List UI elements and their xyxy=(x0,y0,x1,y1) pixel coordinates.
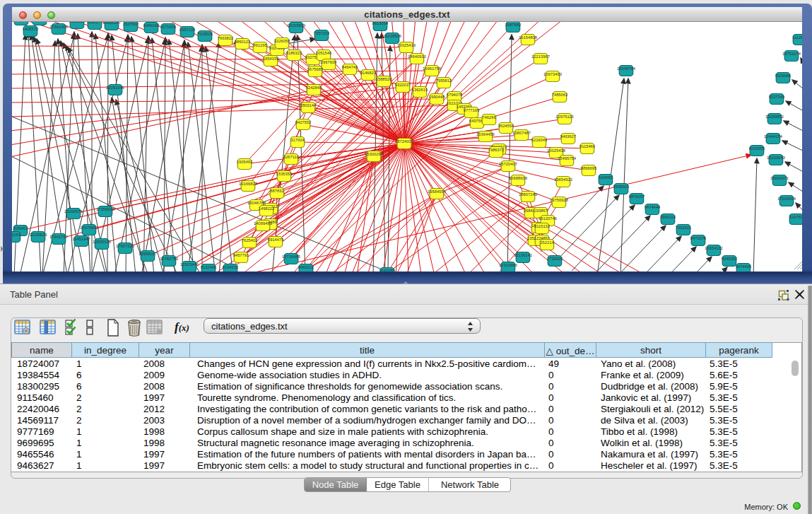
svg-text:8186323: 8186323 xyxy=(286,51,302,55)
svg-text:9115460: 9115460 xyxy=(579,144,595,148)
svg-text:9777169: 9777169 xyxy=(464,108,480,112)
svg-text:1112633: 1112633 xyxy=(792,35,802,40)
svg-text:887832: 887832 xyxy=(270,189,283,193)
svg-text:9474444: 9474444 xyxy=(645,205,661,209)
svg-text:1654339: 1654339 xyxy=(263,57,279,61)
svg-text:15720407: 15720407 xyxy=(499,162,517,166)
svg-text:1051546: 1051546 xyxy=(316,51,332,55)
svg-text:335061: 335061 xyxy=(13,226,27,230)
svg-text:1527602: 1527602 xyxy=(123,22,139,26)
svg-text:1905493: 1905493 xyxy=(237,160,253,164)
svg-text:9132446: 9132446 xyxy=(201,265,217,269)
svg-text:391154: 391154 xyxy=(12,233,20,237)
svg-text:16120746: 16120746 xyxy=(539,216,557,221)
svg-text:2967608: 2967608 xyxy=(321,60,337,64)
svg-text:15716485: 15716485 xyxy=(282,255,300,259)
svg-text:12923446: 12923446 xyxy=(180,262,199,267)
svg-text:7625402: 7625402 xyxy=(242,238,258,243)
svg-text:7663822: 7663822 xyxy=(218,36,234,40)
svg-text:12505135: 12505135 xyxy=(93,240,111,244)
svg-text:317004: 317004 xyxy=(290,138,305,142)
svg-text:12093852: 12093852 xyxy=(765,115,784,119)
svg-text:1667135: 1667135 xyxy=(180,28,196,32)
svg-text:19584554: 19584554 xyxy=(428,189,447,194)
svg-text:10688609: 10688609 xyxy=(509,176,527,180)
svg-text:19166827: 19166827 xyxy=(239,182,257,186)
svg-text:9329966: 9329966 xyxy=(775,74,792,78)
svg-text:3624554: 3624554 xyxy=(498,124,514,128)
svg-text:746266: 746266 xyxy=(482,115,495,119)
svg-text:10973493: 10973493 xyxy=(543,72,562,76)
svg-text:2935114: 2935114 xyxy=(660,215,676,219)
svg-text:12213967: 12213967 xyxy=(531,54,550,59)
svg-text:2087682: 2087682 xyxy=(505,23,522,27)
svg-text:15692971: 15692971 xyxy=(770,176,789,180)
svg-text:6879197: 6879197 xyxy=(629,194,645,199)
svg-text:1071915: 1071915 xyxy=(160,25,177,29)
svg-text:1405572: 1405572 xyxy=(23,27,39,31)
svg-text:9245052: 9245052 xyxy=(722,257,738,261)
svg-text:16782759: 16782759 xyxy=(160,257,178,261)
svg-text:2803144: 2803144 xyxy=(300,103,317,107)
svg-text:18807249: 18807249 xyxy=(519,192,537,197)
svg-text:8154532: 8154532 xyxy=(223,265,239,269)
svg-text:12444154: 12444154 xyxy=(764,134,783,139)
svg-text:8215955: 8215955 xyxy=(749,146,765,151)
svg-text:1362615: 1362615 xyxy=(412,88,428,92)
svg-text:3267110: 3267110 xyxy=(283,155,299,159)
svg-text:20053346: 20053346 xyxy=(106,86,124,90)
svg-text:12975115: 12975115 xyxy=(555,115,573,119)
svg-text:6466160: 6466160 xyxy=(143,23,160,28)
svg-text:891295: 891295 xyxy=(253,43,266,47)
svg-text:11451947: 11451947 xyxy=(72,237,90,241)
svg-text:9899695: 9899695 xyxy=(581,166,597,170)
svg-text:16033809: 16033809 xyxy=(287,23,305,28)
svg-text:7515526: 7515526 xyxy=(197,32,213,36)
svg-text:9115132: 9115132 xyxy=(534,224,550,228)
svg-text:19654923: 19654923 xyxy=(554,177,572,182)
svg-text:8860123: 8860123 xyxy=(235,40,251,44)
svg-text:1733426: 1733426 xyxy=(547,257,563,261)
svg-text:13325419: 13325419 xyxy=(397,43,416,47)
svg-text:8471676: 8471676 xyxy=(690,236,707,240)
svg-text:116753: 116753 xyxy=(790,215,802,219)
svg-text:7357224: 7357224 xyxy=(314,31,330,35)
svg-text:7032621: 7032621 xyxy=(676,226,692,230)
svg-text:1498222: 1498222 xyxy=(259,206,275,211)
svg-text:7485063: 7485063 xyxy=(552,93,568,97)
svg-text:6216049: 6216049 xyxy=(531,138,548,142)
svg-text:14099489: 14099489 xyxy=(254,221,272,226)
svg-text:15751074: 15751074 xyxy=(782,52,801,56)
svg-text:20364456: 20364456 xyxy=(476,132,495,136)
svg-text:27691406: 27691406 xyxy=(49,25,68,29)
svg-text:1588520: 1588520 xyxy=(376,77,392,81)
svg-text:7986372: 7986372 xyxy=(488,148,505,152)
svg-text:6794078: 6794078 xyxy=(447,93,463,97)
svg-text:10310966: 10310966 xyxy=(499,263,517,267)
svg-text:9463212: 9463212 xyxy=(298,265,314,269)
svg-text:16961758: 16961758 xyxy=(423,66,441,71)
svg-text:9463627: 9463627 xyxy=(560,134,577,139)
svg-text:8454749: 8454749 xyxy=(342,65,358,69)
svg-text:1990448: 1990448 xyxy=(429,95,445,99)
svg-text:11156829: 11156829 xyxy=(30,233,47,237)
svg-text:8427552: 8427552 xyxy=(295,120,312,124)
svg-text:16648784: 16648784 xyxy=(617,66,636,71)
svg-text:15300293: 15300293 xyxy=(365,152,383,156)
svg-text:10975867: 10975867 xyxy=(80,226,98,230)
svg-text:17016504: 17016504 xyxy=(777,197,796,201)
svg-text:9227349: 9227349 xyxy=(769,95,785,99)
svg-text:10958107: 10958107 xyxy=(139,252,157,256)
svg-text:9457791: 9457791 xyxy=(233,253,249,257)
svg-text:1535359: 1535359 xyxy=(276,172,293,176)
svg-text:7955812: 7955812 xyxy=(436,78,452,83)
svg-text:15495754: 15495754 xyxy=(558,156,577,160)
svg-text:16154808: 16154808 xyxy=(519,35,537,40)
svg-text:9162055: 9162055 xyxy=(379,269,396,272)
svg-text:164095: 164095 xyxy=(599,175,612,180)
svg-text:9146821: 9146821 xyxy=(360,71,377,75)
svg-text:19756928: 19756928 xyxy=(550,198,568,202)
svg-text:9474405: 9474405 xyxy=(736,264,752,269)
svg-text:18724007: 18724007 xyxy=(395,139,413,144)
svg-text:20206576: 20206576 xyxy=(64,209,83,214)
